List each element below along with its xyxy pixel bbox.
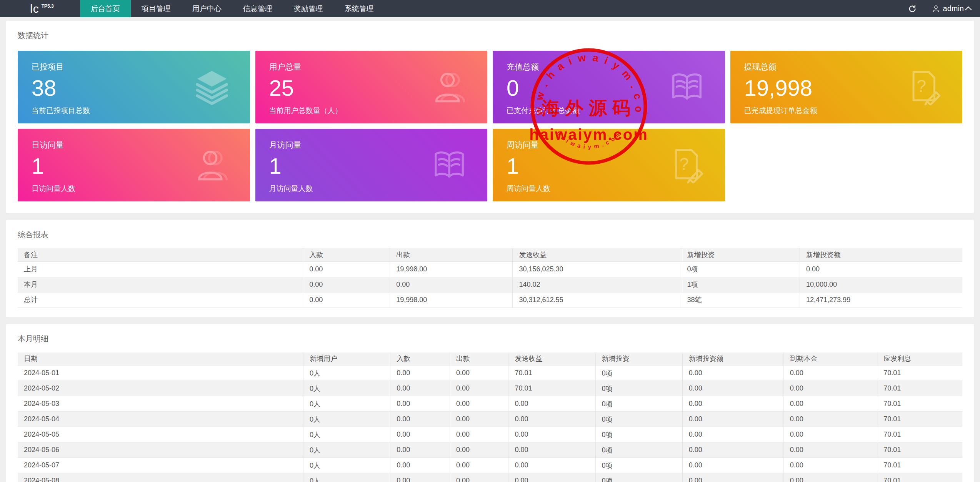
table-cell: 0.00 [303, 261, 390, 277]
table-cell: 0.00 [303, 292, 390, 307]
user-icon [932, 5, 940, 13]
nav-item-system[interactable]: 系统管理 [334, 0, 385, 17]
table-cell: 12,471,273.99 [800, 292, 962, 307]
table-cell: 38笔 [681, 292, 800, 307]
table-row: 2024-05-040人0.000.000.000项0.000.0070.01 [18, 412, 962, 427]
stat-card-total-users[interactable]: 用户总量 25 当前用户总数量（人） [255, 51, 488, 123]
column-header: 出款 [390, 248, 513, 261]
table-header-row: 备注入款出款发送收益新增投资新增投资额 [18, 248, 962, 261]
logo-text: lc [30, 2, 39, 15]
column-header: 新增投资额 [682, 352, 783, 366]
card-desc: 已支付充值订单总金额 [507, 106, 711, 116]
app-logo[interactable]: lc TP5.3 [30, 0, 54, 17]
table-cell: 0.00 [682, 396, 783, 412]
table-cell: 0人 [303, 366, 390, 381]
users-icon [431, 69, 467, 105]
table-cell: 0项 [595, 366, 682, 381]
table-cell: 2024-05-02 [18, 381, 303, 396]
table-cell: 0.00 [450, 442, 508, 458]
column-header: 出款 [450, 352, 508, 366]
table-cell: 0.00 [390, 473, 450, 482]
stat-card-weekly-visits[interactable]: 周访问量 1 周访问量人数 ? [493, 129, 725, 201]
stat-card-daily-visits[interactable]: 日访问量 1 日访问量人数 [18, 129, 250, 201]
table-cell: 0.00 [450, 412, 508, 427]
nav-item-user-center[interactable]: 用户中心 [182, 0, 232, 17]
column-header: 入款 [303, 248, 390, 261]
table-cell: 0项 [595, 458, 682, 473]
book-icon [669, 69, 705, 105]
table-cell: 0人 [303, 473, 390, 482]
table-cell: 19,998.00 [390, 292, 513, 307]
card-desc: 日访问量人数 [32, 184, 236, 194]
table-cell: 0.00 [450, 458, 508, 473]
table-cell: 2024-05-06 [18, 442, 303, 458]
detail-table: 日期新增用户入款出款发送收益新增投资新增投资额到期本金应发利息2024-05-0… [18, 352, 962, 482]
nav-item-projects[interactable]: 项目管理 [131, 0, 182, 17]
table-row: 本月0.000.00140.021项10,000.00 [18, 277, 962, 292]
table-cell: 0.00 [390, 412, 450, 427]
table-cell: 0.00 [508, 427, 595, 442]
table-cell: 0.00 [508, 458, 595, 473]
nav-item-rewards[interactable]: 奖励管理 [283, 0, 334, 17]
table-cell: 2024-05-03 [18, 396, 303, 412]
table-cell: 2024-05-05 [18, 427, 303, 442]
table-cell: 总计 [18, 292, 303, 307]
column-header: 入款 [390, 352, 450, 366]
table-row: 2024-05-080人0.000.000.000项0.000.0070.01 [18, 473, 962, 482]
stat-cards: 已投项目 38 当前已投项目总数 用户总量 25 当前用户总数量（人） [18, 51, 962, 201]
table-cell: 0.00 [800, 261, 962, 277]
layers-icon [194, 69, 230, 105]
refresh-icon[interactable] [907, 4, 917, 14]
table-cell: 70.01 [877, 458, 962, 473]
table-cell: 0.00 [390, 427, 450, 442]
column-header: 发送收益 [508, 352, 595, 366]
table-row: 2024-05-030人0.000.000.000项0.000.0070.01 [18, 396, 962, 412]
table-cell: 0.00 [390, 458, 450, 473]
section-title-stats: 数据统计 [18, 21, 962, 41]
top-navbar: lc TP5.3 后台首页 项目管理 用户中心 信息管理 奖励管理 系统管理 a… [0, 0, 980, 17]
table-cell: 0.00 [390, 442, 450, 458]
table-cell: 0.00 [783, 458, 877, 473]
table-cell: 2024-05-01 [18, 366, 303, 381]
table-cell: 上月 [18, 261, 303, 277]
table-row: 2024-05-060人0.000.000.000项0.000.0070.01 [18, 442, 962, 458]
nav-item-info[interactable]: 信息管理 [232, 0, 283, 17]
table-cell: 70.01 [877, 381, 962, 396]
table-cell: 0.00 [682, 458, 783, 473]
column-header: 新增投资额 [800, 248, 962, 261]
table-header-row: 日期新增用户入款出款发送收益新增投资新增投资额到期本金应发利息 [18, 352, 962, 366]
table-cell: 0项 [595, 412, 682, 427]
table-row: 上月0.0019,998.0030,156,025.300项0.00 [18, 261, 962, 277]
logo-version: TP5.3 [42, 3, 54, 9]
stat-card-monthly-visits[interactable]: 月访问量 1 月访问量人数 [255, 129, 488, 201]
table-cell: 70.01 [877, 396, 962, 412]
nav-item-dashboard[interactable]: 后台首页 [80, 0, 131, 17]
table-cell: 0.00 [682, 366, 783, 381]
table-cell: 0.00 [303, 277, 390, 292]
users-icon [194, 147, 230, 183]
table-cell: 0项 [595, 473, 682, 482]
user-menu[interactable]: admin [932, 4, 972, 13]
stat-card-invested-projects[interactable]: 已投项目 38 当前已投项目总数 [18, 51, 250, 123]
detail-panel: 本月明细 日期新增用户入款出款发送收益新增投资新增投资额到期本金应发利息2024… [6, 324, 974, 482]
column-header: 新增投资 [595, 352, 682, 366]
table-cell: 70.01 [877, 442, 962, 458]
table-cell: 10,000.00 [800, 277, 962, 292]
column-header: 发送收益 [513, 248, 681, 261]
table-cell: 0.00 [783, 381, 877, 396]
stat-card-withdraw-total[interactable]: 提现总额 19,998 已完成提现订单总金额 ? [730, 51, 963, 123]
table-row: 总计0.0019,998.0030,312,612.5538笔12,471,27… [18, 292, 962, 307]
table-cell: 0人 [303, 427, 390, 442]
table-cell: 70.01 [877, 473, 962, 482]
column-header: 备注 [18, 248, 303, 261]
book-icon [431, 147, 467, 183]
summary-table: 备注入款出款发送收益新增投资新增投资额上月0.0019,998.0030,156… [18, 248, 962, 308]
table-cell: 0.00 [450, 366, 508, 381]
stat-card-recharge-total[interactable]: 充值总额 0 已支付充值订单总金额 [493, 51, 725, 123]
username: admin [943, 4, 964, 13]
table-cell: 0.00 [508, 396, 595, 412]
table-row: 2024-05-010人0.000.0070.010项0.000.0070.01 [18, 366, 962, 381]
table-cell: 0人 [303, 381, 390, 396]
table-cell: 0.00 [682, 412, 783, 427]
card-desc: 已完成提现订单总金额 [744, 106, 949, 116]
